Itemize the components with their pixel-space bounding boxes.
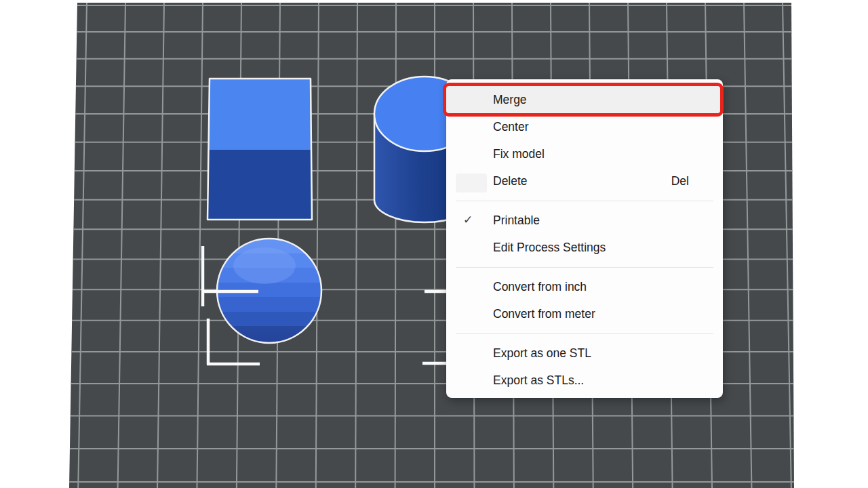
menu-item-center[interactable]: Center xyxy=(446,113,723,140)
app-viewport: Merge Center Fix model Delete Del ✓ Prin… xyxy=(0,0,868,488)
menu-separator xyxy=(446,195,723,207)
menu-item-label: Fix model xyxy=(493,147,545,161)
menu-item-label: Merge xyxy=(493,93,527,107)
menu-item-label: Export as STLs... xyxy=(493,373,584,388)
menu-item-delete[interactable]: Delete Del xyxy=(446,167,723,195)
menu-item-label: Delete xyxy=(493,174,528,188)
menu-item-edit-process-settings[interactable]: Edit Process Settings xyxy=(446,234,723,261)
menu-item-label: Export as one STL xyxy=(493,346,591,361)
3d-scene xyxy=(0,0,868,488)
menu-item-label: Edit Process Settings xyxy=(493,241,606,255)
menu-item-label: Convert from inch xyxy=(493,280,587,294)
menu-item-printable[interactable]: ✓ Printable xyxy=(446,207,723,234)
menu-item-label: Convert from meter xyxy=(493,307,595,321)
menu-item-merge[interactable]: Merge xyxy=(446,86,723,113)
menu-separator xyxy=(446,327,723,340)
context-menu: Merge Center Fix model Delete Del ✓ Prin… xyxy=(446,79,723,398)
menu-item-fix-model[interactable]: Fix model xyxy=(446,140,723,167)
merge-highlight-annotation xyxy=(443,83,724,117)
menu-item-convert-from-meter[interactable]: Convert from meter xyxy=(446,300,723,327)
check-icon: ✓ xyxy=(463,213,473,227)
menu-separator xyxy=(446,261,723,273)
menu-item-label: Center xyxy=(493,120,529,134)
menu-shortcut: Del xyxy=(671,174,689,188)
menu-item-convert-from-inch[interactable]: Convert from inch xyxy=(446,273,723,300)
menu-item-export-as-stls[interactable]: Export as STLs... xyxy=(446,367,723,394)
menu-item-label: Printable xyxy=(493,214,540,228)
menu-item-export-as-one-stl[interactable]: Export as one STL xyxy=(446,340,723,367)
cube-model[interactable] xyxy=(208,79,312,220)
menu-item-icon-slot xyxy=(456,174,487,192)
